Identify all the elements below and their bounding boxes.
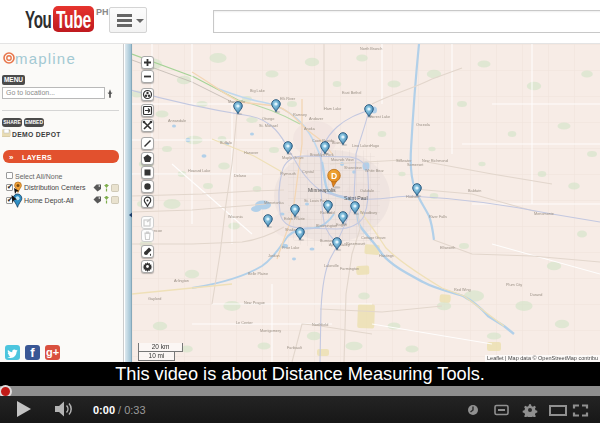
- svg-text:River Falls: River Falls: [429, 215, 447, 219]
- svg-text:Hugo: Hugo: [370, 144, 379, 148]
- svg-text:Northfield: Northfield: [312, 323, 328, 327]
- svg-text:Belle Plaine: Belle Plaine: [248, 272, 268, 276]
- svg-text:Annandale: Annandale: [168, 119, 186, 123]
- svg-text:Ham Lake: Ham Lake: [324, 107, 341, 111]
- svg-text:Buffalo: Buffalo: [220, 141, 232, 145]
- svg-text:Brooklyn Park: Brooklyn Park: [310, 153, 334, 157]
- svg-text:Hastings: Hastings: [379, 254, 394, 258]
- svg-text:Faribault: Faribault: [287, 346, 303, 350]
- svg-text:New Richmond: New Richmond: [422, 159, 448, 163]
- svg-text:North Branch: North Branch: [360, 47, 382, 51]
- svg-text:Crystal: Crystal: [302, 170, 314, 174]
- svg-text:Waconia: Waconia: [228, 215, 244, 219]
- svg-text:Baldwin: Baldwin: [468, 189, 481, 193]
- svg-text:East Bethel: East Bethel: [342, 91, 362, 95]
- svg-text:Gaylord: Gaylord: [148, 297, 161, 301]
- svg-text:Bloomington: Bloomington: [316, 224, 337, 228]
- svg-text:White Bear: White Bear: [365, 169, 385, 173]
- svg-text:Otsego: Otsego: [262, 117, 274, 121]
- svg-text:Mounds View: Mounds View: [331, 158, 354, 162]
- svg-text:Oakdale: Oakdale: [360, 189, 374, 193]
- svg-text:Lakeville: Lakeville: [324, 264, 339, 268]
- svg-text:Maple Grove: Maple Grove: [282, 156, 304, 160]
- svg-text:Plum City: Plum City: [506, 283, 522, 287]
- svg-text:Minnetonka: Minnetonka: [264, 201, 285, 205]
- svg-text:Menomonie: Menomonie: [534, 212, 554, 216]
- svg-text:St. Michael: St. Michael: [259, 124, 278, 128]
- svg-text:Ellsworth: Ellsworth: [440, 246, 455, 250]
- svg-text:Minneapolis: Minneapolis: [308, 187, 336, 193]
- svg-text:Shoreview: Shoreview: [344, 166, 362, 170]
- svg-text:Somerset: Somerset: [407, 163, 424, 167]
- svg-text:Andover: Andover: [309, 117, 324, 121]
- svg-text:Howard Lake: Howard Lake: [188, 169, 210, 173]
- svg-text:Saint Paul: Saint Paul: [344, 195, 368, 201]
- svg-text:Red Wing: Red Wing: [454, 288, 471, 292]
- svg-text:Arlington: Arlington: [174, 279, 189, 283]
- svg-text:New Prague: New Prague: [244, 301, 265, 305]
- svg-text:Prior Lake: Prior Lake: [282, 246, 299, 250]
- svg-text:Plymouth: Plymouth: [280, 172, 296, 176]
- svg-text:Osceola: Osceola: [416, 123, 431, 127]
- svg-text:Montgomery: Montgomery: [260, 329, 281, 333]
- svg-text:Delano: Delano: [234, 174, 246, 178]
- svg-text:Rosemount: Rosemount: [346, 242, 366, 246]
- svg-text:Elk River: Elk River: [280, 97, 296, 101]
- svg-text:Ramsey: Ramsey: [293, 113, 307, 117]
- svg-text:Lino Lakes: Lino Lakes: [352, 144, 370, 148]
- svg-text:Farmington: Farmington: [340, 267, 359, 271]
- svg-text:Woodbury: Woodbury: [360, 211, 377, 215]
- svg-text:Anoka: Anoka: [304, 127, 316, 131]
- svg-text:Cottage Grove: Cottage Grove: [361, 236, 386, 240]
- svg-text:D: D: [331, 171, 337, 181]
- svg-text:Le Center: Le Center: [236, 321, 253, 325]
- svg-text:Big Lake: Big Lake: [250, 89, 265, 93]
- svg-text:Jordan: Jordan: [268, 254, 280, 258]
- svg-text:Hanover: Hanover: [244, 151, 259, 155]
- svg-text:Durand: Durand: [530, 293, 542, 297]
